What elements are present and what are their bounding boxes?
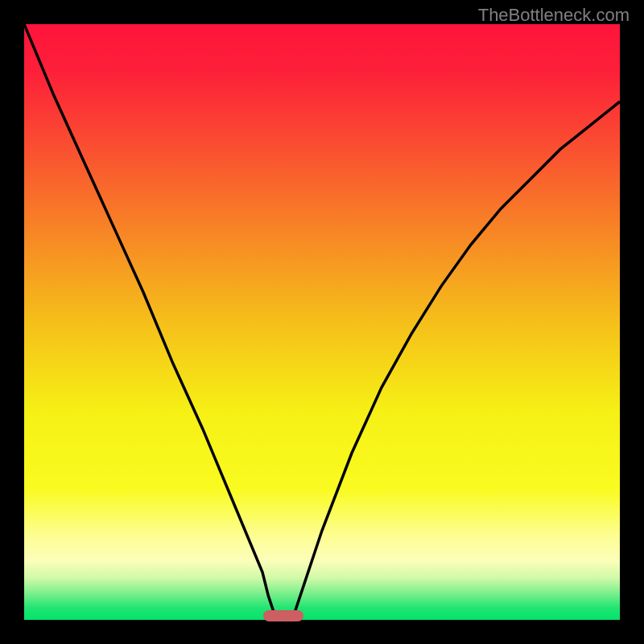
bottleneck-marker [263,610,303,621]
right-curve [292,101,620,620]
watermark-text: TheBottleneck.com [478,5,630,26]
chart-area [24,24,620,620]
left-curve [24,24,280,620]
curves-svg [24,24,620,620]
